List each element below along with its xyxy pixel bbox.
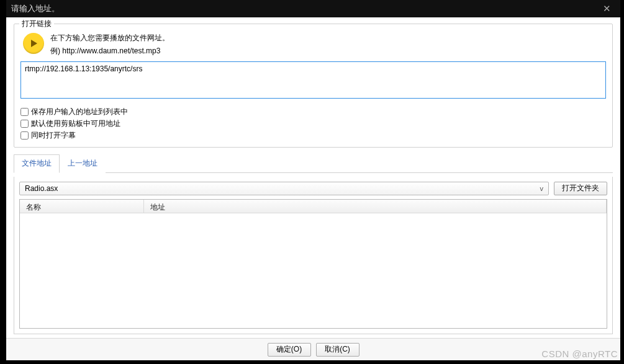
close-icon[interactable]: ✕ <box>598 3 615 14</box>
tab-file-address[interactable]: 文件地址 <box>14 154 60 173</box>
window-title: 请输入地址。 <box>11 3 598 14</box>
check-clipboard-label: 默认使用剪贴板中可用地址 <box>31 118 120 129</box>
list-header: 名称 地址 <box>20 200 607 213</box>
file-area: Radio.asx v 打开文件夹 名称 地址 <box>14 177 613 334</box>
check-subtitle-label: 同时打开字幕 <box>31 130 76 141</box>
tab-bar: 文件地址 上一地址 <box>14 154 613 173</box>
ok-button[interactable]: 确定(O) <box>268 343 311 357</box>
checkbox-subtitle[interactable] <box>20 131 29 140</box>
check-use-clipboard[interactable]: 默认使用剪贴板中可用地址 <box>20 118 606 129</box>
tab-previous-address[interactable]: 上一地址 <box>60 154 106 173</box>
checkbox-clipboard[interactable] <box>20 120 29 128</box>
url-input[interactable] <box>20 61 606 99</box>
col-header-name[interactable]: 名称 <box>20 200 144 213</box>
chevron-down-icon: v <box>540 185 544 192</box>
cancel-button[interactable]: 取消(C) <box>316 343 359 357</box>
example-line: 例) http://www.daum.net/test.mp3 <box>50 46 170 56</box>
cancel-label: 取消(C) <box>325 344 350 355</box>
file-list[interactable]: 名称 地址 <box>19 199 607 329</box>
col-header-address[interactable]: 地址 <box>144 200 607 213</box>
path-selected: Radio.asx <box>25 184 58 193</box>
check-save-to-list[interactable]: 保存用户输入的地址到列表中 <box>20 107 606 117</box>
instruction-text: 在下方输入您需要播放的文件网址。 例) http://www.daum.net/… <box>50 33 170 56</box>
open-link-group: 打开链接 在下方输入您需要播放的文件网址。 例) http://www.daum… <box>14 24 613 148</box>
check-save-label: 保存用户输入的地址到列表中 <box>31 107 128 117</box>
dialog-body: 打开链接 在下方输入您需要播放的文件网址。 例) http://www.daum… <box>6 17 620 338</box>
list-body[interactable] <box>20 213 607 328</box>
instruction-row: 在下方输入您需要播放的文件网址。 例) http://www.daum.net/… <box>23 33 606 56</box>
checkbox-save[interactable] <box>20 108 29 116</box>
svg-marker-0 <box>31 40 37 47</box>
titlebar[interactable]: 请输入地址。 ✕ <box>6 0 620 17</box>
open-folder-button[interactable]: 打开文件夹 <box>554 182 607 195</box>
path-row: Radio.asx v 打开文件夹 <box>19 182 607 195</box>
dialog-footer: 确定(O) 取消(C) <box>6 338 620 360</box>
ok-label: 确定(O) <box>276 344 302 355</box>
group-legend: 打开链接 <box>19 19 54 29</box>
instruction-line: 在下方输入您需要播放的文件网址。 <box>50 33 170 43</box>
dialog-window: 请输入地址。 ✕ 打开链接 在下方输入您需要播放的文件网址。 例) http:/… <box>6 0 620 360</box>
check-open-subtitle[interactable]: 同时打开字幕 <box>20 130 606 141</box>
play-icon <box>23 33 44 54</box>
path-dropdown[interactable]: Radio.asx v <box>19 182 549 195</box>
